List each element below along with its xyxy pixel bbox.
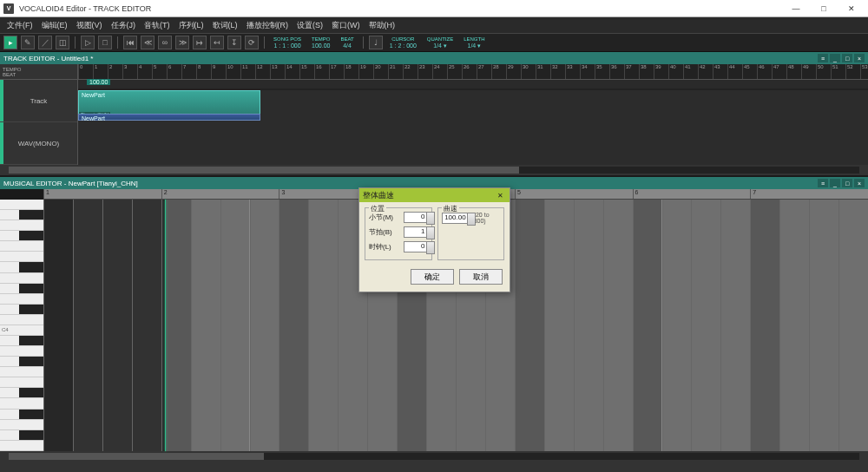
dialog-close-button[interactable]: ✕ xyxy=(494,190,506,200)
dialog-titlebar[interactable]: 整体曲速 ✕ xyxy=(359,188,510,202)
menu-h[interactable]: 帮助(H) xyxy=(365,18,399,33)
panel-max-button[interactable]: □ xyxy=(842,179,852,187)
clock-spinner[interactable]: 0 xyxy=(404,241,428,252)
pianoroll-hscroll[interactable] xyxy=(0,451,868,462)
ruler-tick: 22 xyxy=(403,64,418,79)
main-toolbar: ▸ ✎ ／ ◫ ▷ □ ⏮ ≪ ∞ ≫ ↦ ↤ ↧ ⟳ SONG POS1 : … xyxy=(0,33,868,52)
piano-key-white[interactable] xyxy=(0,294,43,305)
piano-key-white[interactable] xyxy=(0,346,43,357)
tempo-readout: TEMPO100.00 xyxy=(308,36,333,49)
menu-e[interactable]: 编辑(E) xyxy=(38,18,71,33)
panel-close-button[interactable]: × xyxy=(854,179,865,187)
panel-config-button[interactable]: ≡ xyxy=(818,179,828,187)
piano-key-black[interactable] xyxy=(0,336,43,346)
track-timeline[interactable]: 0123456789101112131415161718192021222324… xyxy=(78,64,868,165)
rewind-begin-button[interactable]: ⏮ xyxy=(123,36,137,49)
tempo-spinner[interactable]: 100.00 xyxy=(442,213,469,224)
marker-b-button[interactable]: ↤ xyxy=(210,36,224,49)
track-header-1[interactable]: Track xyxy=(0,80,77,122)
menu-j[interactable]: 任务(J) xyxy=(108,18,140,33)
panel-min-button[interactable]: _ xyxy=(830,179,840,187)
scroll-thumb[interactable] xyxy=(9,453,264,460)
panel-config-button[interactable]: ≡ xyxy=(818,54,828,62)
scroll-thumb[interactable] xyxy=(9,167,519,174)
piano-key-white[interactable] xyxy=(0,315,43,325)
metronome-button[interactable]: ♩ xyxy=(369,36,383,49)
grid-column xyxy=(515,200,544,451)
piano-keyboard[interactable]: C4 xyxy=(0,200,43,451)
tempo-lane[interactable]: 100.00 xyxy=(78,80,868,88)
grid-column xyxy=(691,200,720,451)
ruler-tick: 40 xyxy=(668,64,683,79)
menu-f[interactable]: 文件(F) xyxy=(3,18,36,33)
grid-column xyxy=(720,200,750,451)
piano-key-black[interactable] xyxy=(0,262,43,272)
bar-spinner[interactable]: 0 xyxy=(404,212,428,223)
panel-max-button[interactable]: □ xyxy=(842,54,852,62)
piano-key-white[interactable] xyxy=(0,252,43,262)
piano-key-black[interactable] xyxy=(0,388,43,398)
piano-key-white[interactable] xyxy=(0,273,43,284)
menu-l[interactable]: 序列(L) xyxy=(175,18,207,33)
menu-r[interactable]: 播放控制(R) xyxy=(243,18,293,33)
piano-key-white[interactable] xyxy=(0,398,43,409)
beat-spinner[interactable]: 1 xyxy=(404,226,428,238)
quantize-readout[interactable]: QUANTIZE1/4 ▾ xyxy=(424,36,457,49)
piano-key-white[interactable]: C4 xyxy=(0,325,43,336)
pointer-tool-button[interactable]: ▸ xyxy=(3,36,17,49)
marker-a-button[interactable]: ↦ xyxy=(193,36,207,49)
goto-marker-button[interactable]: ↧ xyxy=(227,36,241,49)
piano-key-black[interactable] xyxy=(0,430,43,441)
piano-key-black[interactable] xyxy=(0,305,43,315)
cancel-button[interactable]: 取消 xyxy=(459,269,503,285)
bar-tick: 6 xyxy=(633,189,751,199)
piano-key-white[interactable] xyxy=(0,241,43,252)
pencil-tool-button[interactable]: ✎ xyxy=(21,36,35,49)
piano-key-white[interactable] xyxy=(0,367,43,377)
ruler-tick: 41 xyxy=(683,64,698,79)
minimize-button[interactable]: — xyxy=(783,2,809,16)
menu-t[interactable]: 音轨(T) xyxy=(141,18,174,33)
bar-ruler[interactable]: 0123456789101112131415161718192021222324… xyxy=(78,64,868,80)
menu-s[interactable]: 设置(S) xyxy=(293,18,326,33)
piano-key-white[interactable] xyxy=(0,220,43,231)
ok-button[interactable]: 确定 xyxy=(411,269,454,285)
bar-label: 小节(M) xyxy=(369,213,401,222)
piano-key-white[interactable] xyxy=(0,420,43,430)
loop-button[interactable]: ∞ xyxy=(158,36,172,49)
piano-key-white[interactable] xyxy=(0,200,43,210)
ruler-tick: 12 xyxy=(255,64,270,79)
rewind-button[interactable]: ≪ xyxy=(141,36,155,49)
piano-key-black[interactable] xyxy=(0,410,43,420)
close-button[interactable]: ✕ xyxy=(838,2,865,16)
menu-bar: 文件(F)编辑(E)视图(V)任务(J)音轨(T)序列(L)歌词(L)播放控制(… xyxy=(0,17,868,33)
playhead[interactable] xyxy=(165,200,166,451)
repeat-button[interactable]: ⟳ xyxy=(245,36,259,49)
wave-clip[interactable]: NewPart xyxy=(78,114,260,121)
piano-key-white[interactable] xyxy=(0,377,43,388)
menu-v[interactable]: 视图(V) xyxy=(73,18,106,33)
piano-key-black[interactable] xyxy=(0,284,43,294)
tempo-marker[interactable]: 100.00 xyxy=(87,79,110,85)
tempo-beat-header: TEMPO BEAT xyxy=(0,64,77,80)
track-header-2[interactable]: WAV(MONO) xyxy=(0,122,77,165)
stop-button[interactable]: □ xyxy=(98,36,112,49)
ruler-tick: 44 xyxy=(727,64,742,79)
line-tool-button[interactable]: ／ xyxy=(38,36,52,49)
maximize-button[interactable]: □ xyxy=(811,2,837,16)
panel-close-button[interactable]: × xyxy=(854,54,865,62)
play-button[interactable]: ▷ xyxy=(81,36,95,49)
piano-key-white[interactable] xyxy=(0,441,43,451)
ruler-tick: 8 xyxy=(196,64,211,79)
length-readout[interactable]: LENGTH1/4 ▾ xyxy=(460,36,488,49)
piano-key-black[interactable] xyxy=(0,357,43,367)
track-hscroll[interactable] xyxy=(0,165,868,175)
piano-key-black[interactable] xyxy=(0,210,43,220)
piano-key-black[interactable] xyxy=(0,231,43,241)
eraser-tool-button[interactable]: ◫ xyxy=(56,36,69,49)
panel-min-button[interactable]: _ xyxy=(830,54,840,62)
menu-l[interactable]: 歌词(L) xyxy=(209,18,241,33)
forward-button[interactable]: ≫ xyxy=(175,36,189,49)
track-lane-2[interactable]: NewPart xyxy=(78,89,868,90)
menu-w[interactable]: 窗口(W) xyxy=(328,18,364,33)
